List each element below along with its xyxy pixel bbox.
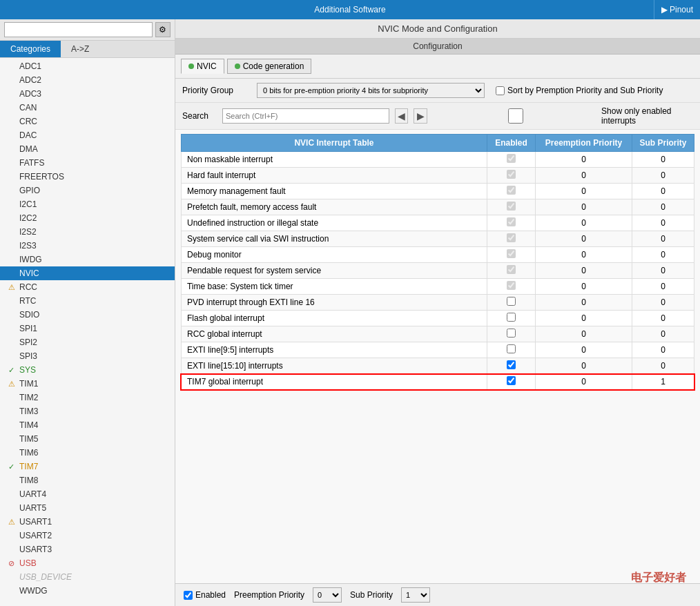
- interrupt-sub-priority: 0: [632, 247, 694, 263]
- sidebar-item-i2s2[interactable]: I2S2: [0, 225, 175, 239]
- table-header-row: NVIC Interrupt Table Enabled Preemption …: [181, 135, 694, 152]
- interrupt-preemption: 0: [536, 247, 632, 263]
- sidebar-item-tim3[interactable]: TIM3: [0, 404, 175, 418]
- sidebar-item-freertos[interactable]: FREERTOS: [0, 170, 175, 184]
- col-interrupt-name: NVIC Interrupt Table: [181, 135, 487, 152]
- tab-code-gen[interactable]: Code generation: [227, 59, 312, 74]
- sidebar-item-adc3[interactable]: ADC3: [0, 87, 175, 101]
- sidebar-item-label: TIM7: [19, 462, 38, 471]
- warning-icon: ⚠: [8, 518, 17, 527]
- sidebar-item-sdio[interactable]: SDIO: [0, 308, 175, 322]
- sidebar-item-tim1[interactable]: ⚠TIM1: [0, 377, 175, 391]
- search-row: Search ◀ ▶ Show only enabled interrupts: [175, 103, 700, 130]
- sidebar-item-dma[interactable]: DMA: [0, 142, 175, 156]
- sidebar-item-label: I2C1: [19, 199, 37, 209]
- col-preemption: Preemption Priority: [536, 135, 632, 152]
- search-label: Search: [182, 111, 217, 121]
- interrupt-sub-priority: 0: [632, 231, 694, 247]
- sidebar-item-adc1[interactable]: ADC1: [0, 59, 175, 73]
- sidebar-item-i2c1[interactable]: I2C1: [0, 197, 175, 211]
- interrupt-preemption: 0: [536, 342, 632, 358]
- top-bar-title: Additional Software: [0, 5, 700, 14]
- priority-group-select[interactable]: 0 bits for pre-emption priority 4 bits f…: [257, 83, 485, 98]
- sidebar-item-usb[interactable]: ⊘USB: [0, 556, 175, 570]
- sidebar-item-tim5[interactable]: TIM5: [0, 432, 175, 446]
- sidebar-item-label: DAC: [19, 130, 37, 140]
- sidebar-item-spi2[interactable]: SPI2: [0, 335, 175, 349]
- interrupt-preemption: 0: [536, 279, 632, 295]
- interrupt-enabled-checkbox[interactable]: [507, 344, 516, 353]
- sidebar-item-gpio[interactable]: GPIO: [0, 184, 175, 197]
- sidebar-item-can[interactable]: CAN: [0, 101, 175, 115]
- interrupt-enabled-checkbox[interactable]: [507, 313, 516, 322]
- sidebar-item-label: CAN: [19, 103, 37, 113]
- interrupt-enabled-cell: [487, 263, 536, 279]
- priority-group-label: Priority Group: [182, 86, 251, 95]
- interrupt-enabled-checkbox: [507, 154, 516, 163]
- sidebar-item-tim8[interactable]: TIM8: [0, 473, 175, 487]
- sidebar-item-wwdg[interactable]: WWDG: [0, 584, 175, 598]
- sidebar-item-usart2[interactable]: USART2: [0, 529, 175, 543]
- bottom-preemption-select[interactable]: 0123456789101112131415: [313, 587, 342, 603]
- interrupt-enabled-checkbox[interactable]: [507, 360, 516, 369]
- sidebar-item-label: TIM5: [19, 434, 38, 444]
- interrupt-name: EXTI line[9:5] interrupts: [181, 342, 487, 358]
- sidebar-item-label: USART3: [19, 545, 52, 554]
- sort-checkbox[interactable]: [496, 86, 505, 95]
- sidebar-item-i2s3[interactable]: I2S3: [0, 239, 175, 253]
- interrupt-enabled-cell: [487, 342, 536, 358]
- search-input[interactable]: [222, 108, 389, 124]
- sidebar-search-input[interactable]: [4, 22, 153, 37]
- interrupt-preemption: 0: [536, 152, 632, 168]
- interrupt-enabled-cell: [487, 295, 536, 311]
- sidebar-item-dac[interactable]: DAC: [0, 128, 175, 142]
- search-prev-button[interactable]: ◀: [395, 108, 408, 124]
- sidebar-item-spi1[interactable]: SPI1: [0, 322, 175, 335]
- interrupt-enabled-checkbox[interactable]: [507, 376, 516, 385]
- sidebar-item-tim2[interactable]: TIM2: [0, 391, 175, 404]
- show-enabled-checkbox[interactable]: [433, 108, 599, 124]
- search-next-button[interactable]: ▶: [414, 108, 427, 124]
- table-row: Time base: System tick timer00: [181, 279, 694, 295]
- sidebar-item-fatfs[interactable]: FATFS: [0, 156, 175, 170]
- gear-button[interactable]: ⚙: [155, 22, 171, 37]
- table-row: Prefetch fault, memory access fault00: [181, 199, 694, 215]
- tab-categories[interactable]: Categories: [0, 41, 61, 57]
- sidebar-item-label: RCC: [19, 282, 37, 292]
- sidebar-item-tim7[interactable]: ✓TIM7: [0, 460, 175, 473]
- tab-nvic[interactable]: NVIC: [181, 59, 224, 74]
- interrupt-enabled-checkbox[interactable]: [507, 297, 516, 306]
- sidebar-item-sys[interactable]: ✓SYS: [0, 363, 175, 377]
- interrupt-name: Non maskable interrupt: [181, 152, 487, 168]
- sidebar-item-label: FREERTOS: [19, 172, 64, 182]
- sidebar-item-nvic[interactable]: NVIC: [0, 266, 175, 280]
- interrupt-sub-priority: 0: [632, 215, 694, 231]
- sidebar-item-usart3[interactable]: USART3: [0, 543, 175, 556]
- sidebar-item-uart5[interactable]: UART5: [0, 501, 175, 515]
- interrupt-name: Hard fault interrupt: [181, 168, 487, 184]
- tab-az[interactable]: A->Z: [61, 41, 99, 57]
- interrupt-preemption: 0: [536, 358, 632, 374]
- sidebar-item-tim6[interactable]: TIM6: [0, 446, 175, 460]
- table-row: TIM7 global interrupt01: [181, 374, 694, 390]
- sidebar-item-spi3[interactable]: SPI3: [0, 349, 175, 363]
- table-row: RCC global interrupt00: [181, 326, 694, 342]
- interrupt-sub-priority: 0: [632, 199, 694, 215]
- sidebar-item-usbdevice[interactable]: USB_DEVICE: [0, 570, 175, 584]
- interrupt-enabled-checkbox: [507, 281, 516, 290]
- bottom-sub-select[interactable]: 0123456789101112131415: [401, 587, 430, 603]
- sidebar-item-rtc[interactable]: RTC: [0, 294, 175, 308]
- bottom-enabled-checkbox[interactable]: [184, 591, 193, 600]
- sidebar-item-adc2[interactable]: ADC2: [0, 73, 175, 87]
- sidebar-item-i2c2[interactable]: I2C2: [0, 211, 175, 225]
- sidebar-item-iwdg[interactable]: IWDG: [0, 253, 175, 266]
- sidebar-item-rcc[interactable]: ⚠RCC: [0, 280, 175, 294]
- sidebar-item-crc[interactable]: CRC: [0, 115, 175, 128]
- sidebar-item-usart1[interactable]: ⚠USART1: [0, 515, 175, 529]
- sidebar-item-uart4[interactable]: UART4: [0, 487, 175, 501]
- bottom-preemption-label: Preemption Priority: [234, 590, 304, 600]
- pinout-button[interactable]: ▶ Pinout: [654, 0, 700, 19]
- interrupt-enabled-checkbox[interactable]: [507, 329, 516, 338]
- interrupt-sub-priority: 0: [632, 184, 694, 199]
- sidebar-item-tim4[interactable]: TIM4: [0, 418, 175, 432]
